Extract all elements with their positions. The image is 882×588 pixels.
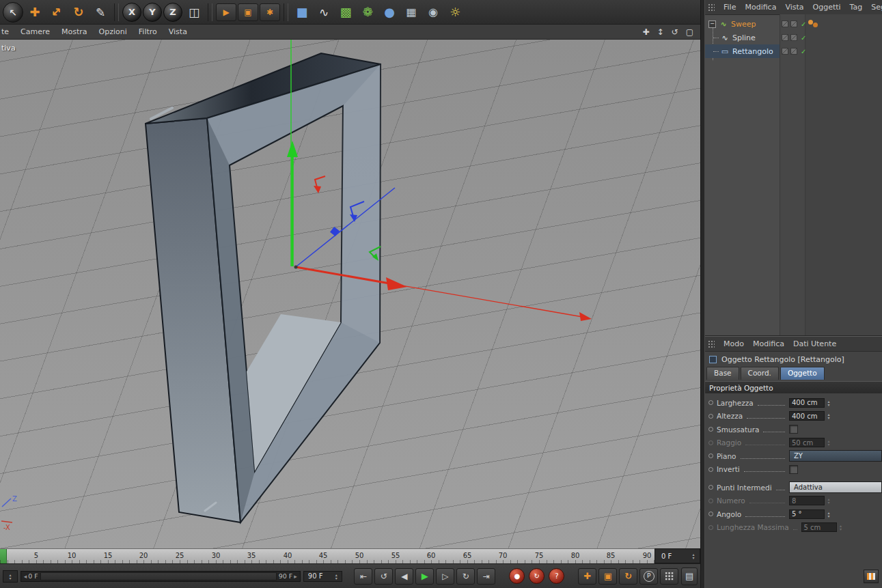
add-spline-button[interactable]: ∿ <box>314 2 334 23</box>
add-camera-button[interactable]: ◉ <box>423 2 443 23</box>
goto-prev-key-button[interactable]: ↺ <box>374 568 393 585</box>
om-menu-segnalibri[interactable]: Seg <box>871 3 882 12</box>
frame-stepper[interactable]: ▴▾ <box>690 552 697 559</box>
animation-dot-icon[interactable] <box>708 427 713 432</box>
object-label[interactable]: Spline <box>732 33 756 42</box>
rotate-view-button[interactable]: ↺ <box>672 27 678 37</box>
viewport-menu-filtro[interactable]: Filtro <box>139 27 157 36</box>
record-rotation-toggle[interactable]: ↻ <box>619 568 637 585</box>
live-selection-tool[interactable]: ↖ <box>3 2 23 23</box>
am-menu-modifica[interactable]: Modifica <box>753 339 784 348</box>
range-bar[interactable] <box>40 572 277 580</box>
am-menu-modo[interactable]: Modo <box>723 339 744 348</box>
goto-start-button[interactable]: ⇤ <box>354 568 372 585</box>
add-light-button[interactable]: ☼ <box>445 2 465 23</box>
record-position-toggle[interactable]: ✚ <box>578 568 596 585</box>
range-right-grip-icon[interactable]: ▸ <box>292 573 299 580</box>
panel-grip-icon[interactable] <box>708 340 715 348</box>
value-field[interactable]: 5 ° <box>789 509 825 519</box>
value-stepper[interactable]: ▴▾ <box>825 400 832 406</box>
value-field[interactable]: 400 cm <box>789 398 825 408</box>
viewport-canvas[interactable]: Z -X tiva <box>0 40 700 548</box>
viewport-menu-opzioni[interactable]: Opzioni <box>99 27 127 36</box>
end-frame-stepper[interactable]: ▴▾ <box>333 573 340 580</box>
enabled-check-icon[interactable]: ✓ <box>801 48 806 55</box>
tab-coord[interactable]: Coord. <box>741 367 779 380</box>
animation-dot-icon[interactable] <box>708 512 713 516</box>
record-scale-toggle[interactable]: ▣ <box>598 568 617 585</box>
value-stepper[interactable]: ▴▾ <box>825 511 832 518</box>
om-menu-oggetti[interactable]: Oggetti <box>813 3 841 12</box>
autokeying-button[interactable]: ↻ <box>529 568 545 584</box>
scale-tool[interactable]: ↕ <box>46 2 67 23</box>
goto-next-frame-button[interactable]: ▷ <box>436 568 454 585</box>
record-parameter-toggle[interactable]: P <box>639 568 658 585</box>
viewport-menu-camere[interactable]: Camere <box>20 27 50 36</box>
play-button[interactable]: ▶ <box>415 568 434 585</box>
animation-dot-icon[interactable] <box>708 453 713 458</box>
animation-dot-icon[interactable] <box>708 525 713 530</box>
record-keyframe-button[interactable]: ● <box>509 568 525 584</box>
goto-prev-frame-button[interactable]: ◀ <box>395 568 413 585</box>
render-settings-button[interactable]: ✱ <box>260 3 280 21</box>
current-frame-marker[interactable] <box>0 549 7 563</box>
enabled-check-icon[interactable]: ✓ <box>801 34 806 42</box>
object-name-cell[interactable]: − ∿ Spline <box>705 31 780 44</box>
om-menu-tag[interactable]: Tag <box>850 3 863 12</box>
current-frame-field[interactable]: 0 F ▴▾ <box>654 548 700 563</box>
lock-x-button[interactable]: X <box>122 3 141 22</box>
object-name-cell[interactable]: − ▭ Rettangolo <box>705 44 780 58</box>
object-label[interactable]: Rettangolo <box>732 47 773 56</box>
value-field[interactable]: 5 cm <box>801 522 837 532</box>
timeline-layout-button[interactable]: ▤ <box>681 568 698 585</box>
maximize-view-button[interactable]: ▢ <box>686 27 693 37</box>
tab-base[interactable]: Base <box>706 367 739 380</box>
move-tool[interactable]: ✚ <box>25 2 45 23</box>
value-field[interactable]: 50 cm <box>789 438 825 447</box>
object-tag-icon[interactable] <box>808 20 819 28</box>
lock-y-button[interactable]: Y <box>143 3 162 22</box>
dropdown[interactable]: Adattiva <box>789 481 882 493</box>
checkbox[interactable] <box>789 425 798 434</box>
add-generator-button[interactable]: ▩ <box>335 2 356 23</box>
animation-dot-icon[interactable] <box>708 440 713 445</box>
rotate-tool[interactable]: ↻ <box>68 2 89 23</box>
value-stepper[interactable]: ▴▾ <box>838 524 844 531</box>
viewport-menu-item-cut[interactable]: te <box>1 27 9 36</box>
object-row-spline[interactable]: − ∿ Spline ✓ <box>705 31 882 44</box>
coordinate-system-button[interactable]: ◫ <box>184 2 204 23</box>
render-view-button[interactable]: ▶ <box>216 3 236 21</box>
add-primitive-button[interactable]: ■ <box>292 2 312 23</box>
record-options-button[interactable]: ? <box>549 568 564 584</box>
object-label[interactable]: Sweep <box>731 20 756 29</box>
animation-dot-icon[interactable] <box>708 485 713 490</box>
render-visibility-toggle[interactable] <box>790 48 797 55</box>
end-frame-field[interactable]: 90 F ▴▾ <box>303 571 342 582</box>
range-left-grip-icon[interactable]: ◂ <box>23 573 29 580</box>
value-stepper[interactable]: ▴▾ <box>825 497 832 504</box>
dropdown[interactable]: ZY <box>789 450 882 462</box>
scene-svg[interactable]: Z -X <box>0 40 700 548</box>
timeline-ruler[interactable]: 5 10 15 20 25 30 35 40 45 50 55 60 65 70… <box>0 548 700 563</box>
editor-visibility-toggle[interactable] <box>782 34 788 41</box>
add-modifier-button[interactable]: ● <box>379 2 400 23</box>
collapse-expander-icon[interactable]: − <box>708 20 716 28</box>
lock-z-button[interactable]: Z <box>163 3 182 22</box>
viewport-menu-vista[interactable]: Vista <box>169 27 187 36</box>
animation-dot-icon[interactable] <box>708 499 713 503</box>
render-picture-viewer-button[interactable]: ▣ <box>238 3 258 21</box>
animation-dot-icon[interactable] <box>708 400 713 405</box>
am-menu-dati-utente[interactable]: Dati Utente <box>793 339 836 348</box>
enabled-check-icon[interactable]: ✓ <box>801 20 806 28</box>
render-visibility-toggle[interactable] <box>790 20 797 27</box>
om-menu-file[interactable]: File <box>723 3 736 12</box>
object-row-rettangolo[interactable]: − ▭ Rettangolo ✓ <box>705 44 882 58</box>
pan-view-button[interactable]: ✚ <box>642 27 649 37</box>
animation-dot-icon[interactable] <box>708 467 713 472</box>
goto-next-key-button[interactable]: ↻ <box>456 568 475 585</box>
panel-splitter[interactable] <box>700 0 705 588</box>
section-header[interactable]: Proprietà Oggetto <box>705 381 882 393</box>
viewport-menu-mostra[interactable]: Mostra <box>61 27 87 36</box>
add-deformer-button[interactable]: ❁ <box>357 2 378 23</box>
record-pla-toggle[interactable] <box>660 568 678 585</box>
